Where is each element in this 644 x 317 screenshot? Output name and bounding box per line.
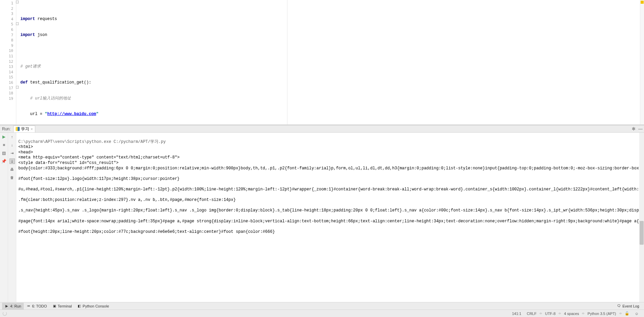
python-interpreter[interactable]: Python 3.5 (APT): [587, 312, 616, 316]
run-label: Run:: [2, 127, 11, 131]
file-encoding[interactable]: UTF-8: [545, 312, 555, 316]
layout-icon[interactable]: ▤: [1, 150, 7, 156]
line-number: 2: [0, 6, 13, 12]
console-scrollbar[interactable]: [639, 133, 644, 302]
line-number: 11: [0, 54, 13, 59]
lock-icon[interactable]: 🔓: [625, 311, 629, 316]
line-number-gutter: 1 2 3 4 5 6 7 8 9 10 11 12 13 14 15 16 ▶…: [0, 0, 16, 125]
close-icon[interactable]: ×: [31, 127, 33, 131]
line-number: 18: [0, 91, 13, 96]
run-side-toolbar-left: ▶ ■ ▤ 📌: [0, 133, 8, 302]
line-number: 5: [0, 22, 13, 27]
line-number: 3: [0, 11, 13, 17]
cursor-position[interactable]: 141:1: [512, 312, 522, 316]
line-number: 9: [0, 43, 13, 49]
event-log-button[interactable]: 🗨 Event Log: [614, 303, 642, 310]
python-icon: [16, 127, 20, 131]
line-number: 16: [0, 80, 13, 86]
minimize-icon[interactable]: —: [638, 126, 643, 131]
indent-setting[interactable]: 4 spaces: [564, 312, 579, 316]
todo-tool-button[interactable]: ≔ 6: TODO: [24, 303, 50, 310]
tool-window-bar: ▶ 4: Run ≔ 6: TODO ▣ Terminal ◧ Python C…: [0, 302, 644, 310]
right-margin-line: [287, 0, 287, 125]
fold-marker[interactable]: -: [16, 1, 19, 3]
print-icon[interactable]: 🖶: [10, 167, 15, 172]
hector-icon[interactable]: ☺: [635, 312, 639, 316]
line-number: 14: [0, 70, 13, 75]
code-editor[interactable]: import requests import json # get请求 def …: [19, 0, 640, 125]
todo-icon: ≔: [26, 304, 31, 308]
down-icon[interactable]: ↓: [10, 142, 15, 148]
line-number: 7: [0, 33, 13, 38]
run-side-toolbar-right: ↑ ↓ ⇥ ⤓ 🖶 🗑: [8, 133, 16, 302]
status-bar: 141:1 CRLF ≑ UTF-8 ≑ 4 spaces ≑ Python 3…: [0, 310, 644, 317]
line-number: 12: [0, 59, 13, 64]
run-header: Run: 学习 × ✻ —: [0, 125, 644, 133]
error-stripe[interactable]: [640, 0, 644, 125]
wrap-icon[interactable]: ⇥: [10, 150, 15, 156]
python-console-icon: ◧: [77, 304, 81, 308]
line-number: 19: [0, 96, 13, 101]
line-separator[interactable]: CRLF: [527, 312, 536, 316]
run-tool-button[interactable]: ▶ 4: Run: [2, 303, 24, 310]
progress-spinner-icon: [3, 312, 7, 316]
rerun-icon[interactable]: ▶: [1, 134, 7, 139]
scroll-to-end-icon[interactable]: ⤓: [10, 158, 15, 164]
line-number: ▶17: [0, 86, 13, 91]
scrollbar-thumb[interactable]: [640, 221, 644, 245]
terminal-icon: ▣: [52, 304, 56, 308]
console-output[interactable]: C:\pycharm\APT\venv\Scripts\python.exe C…: [16, 133, 644, 302]
line-number: 13: [0, 64, 13, 70]
fold-marker[interactable]: -: [16, 22, 19, 25]
run-icon: ▶: [5, 304, 9, 308]
line-number: 1: [0, 1, 13, 6]
line-number: 10: [0, 48, 13, 54]
line-number: 4: [0, 17, 13, 22]
editor-area: 1 2 3 4 5 6 7 8 9 10 11 12 13 14 15 16 ▶…: [0, 0, 644, 125]
line-number: 15: [0, 75, 13, 80]
python-console-tool-button[interactable]: ◧ Python Console: [75, 303, 112, 310]
run-tab-name: 学习: [21, 126, 29, 132]
pin-icon[interactable]: 📌: [1, 158, 7, 164]
terminal-tool-button[interactable]: ▣ Terminal: [50, 303, 75, 310]
line-number: 8: [0, 38, 13, 43]
fold-column: - - -: [16, 0, 19, 125]
settings-icon[interactable]: ✻: [632, 126, 636, 131]
line-number: 6: [0, 27, 13, 33]
clear-icon[interactable]: 🗑: [10, 175, 15, 180]
run-tab[interactable]: 学习 ×: [13, 126, 35, 132]
stop-icon[interactable]: ■: [1, 142, 7, 148]
event-log-icon: 🗨: [617, 304, 621, 308]
up-icon[interactable]: ↑: [10, 134, 15, 139]
run-tool-window: Run: 学习 × ✻ — ▶ ■ ▤ 📌 ↑ ↓ ⇥ ⤓ 🖶: [0, 125, 644, 302]
warning-marker[interactable]: [641, 1, 644, 4]
fold-marker[interactable]: -: [16, 86, 19, 89]
